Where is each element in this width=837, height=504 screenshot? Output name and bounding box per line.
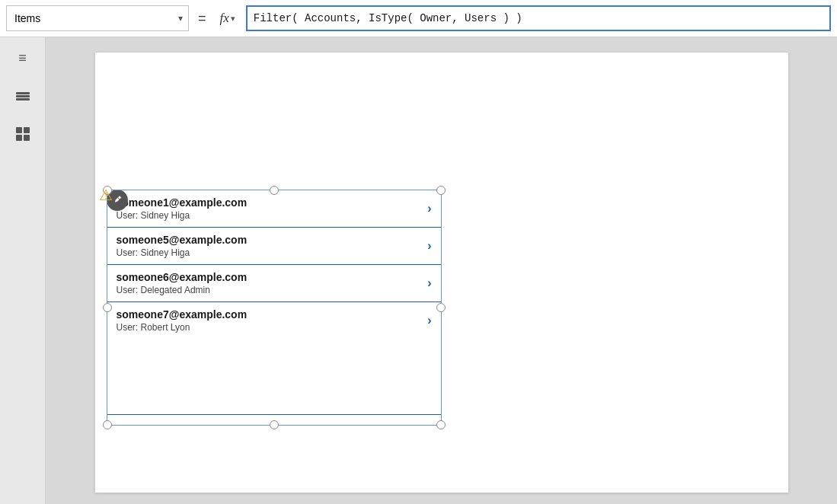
hamburger-menu-icon[interactable]: ≡ — [11, 46, 34, 69]
svg-rect-3 — [16, 127, 22, 133]
main-area: ≡ ⚠ — [0, 37, 837, 504]
svg-rect-4 — [24, 127, 30, 133]
handle-top-center[interactable] — [270, 186, 279, 195]
svg-rect-5 — [16, 135, 22, 141]
svg-rect-6 — [24, 135, 30, 141]
handle-bottom-right[interactable] — [436, 420, 446, 429]
toolbar: Items ▾ = fx ▾ — [0, 0, 837, 37]
sidebar: ≡ — [0, 37, 46, 504]
fx-button[interactable]: fx ▾ — [216, 8, 240, 29]
formula-input[interactable] — [246, 5, 831, 31]
fx-chevron-icon: ▾ — [231, 14, 235, 24]
warning-icon: ⚠ — [99, 186, 113, 204]
handle-top-right[interactable] — [436, 186, 446, 195]
svg-rect-2 — [16, 98, 30, 100]
fx-icon: fx — [220, 11, 229, 26]
components-icon[interactable] — [11, 123, 34, 145]
handle-middle-left[interactable] — [103, 303, 112, 312]
canvas-area: ⚠ — [46, 37, 837, 504]
property-select[interactable]: Items — [6, 5, 189, 31]
handle-middle-right[interactable] — [436, 303, 446, 312]
svg-rect-1 — [16, 95, 30, 97]
property-selector-wrapper: Items ▾ — [6, 5, 189, 31]
equals-sign: = — [195, 11, 209, 27]
handle-bottom-center[interactable] — [270, 420, 279, 429]
layers-icon[interactable] — [11, 85, 34, 107]
canvas-page: ⚠ — [95, 53, 788, 493]
svg-rect-0 — [16, 92, 30, 94]
handle-bottom-left[interactable] — [103, 420, 112, 429]
selection-box — [107, 190, 442, 426]
